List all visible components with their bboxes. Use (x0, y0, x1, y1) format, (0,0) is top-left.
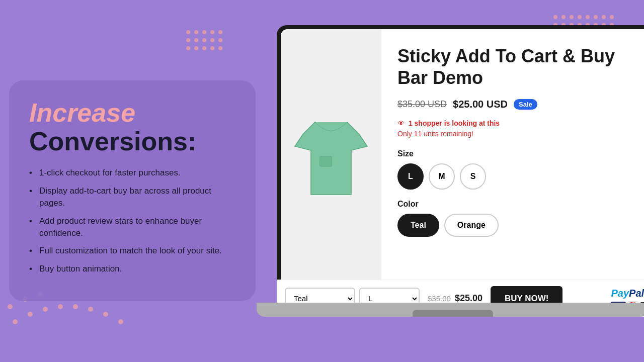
sale-badge: Sale (514, 99, 537, 110)
social-proof: 👁 1 shopper is looking at this Only 11 u… (397, 118, 639, 139)
headline-bold: Conversions: (29, 127, 196, 156)
svg-point-3 (58, 304, 63, 309)
eye-icon: 👁 (397, 118, 405, 129)
sticky-prices: $35.00 $25.00 (424, 293, 487, 304)
laptop-screen: Sticky Add To Cart & Buy Bar Demo $35.00… (281, 29, 644, 288)
laptop-mockup: Sticky Add To Cart & Buy Bar Demo $35.00… (247, 25, 644, 317)
price-row: $35.00 USD $25.00 USD Sale (397, 99, 639, 110)
svg-point-6 (103, 312, 108, 317)
sticky-original-price: $35.00 (428, 294, 451, 303)
headline: Increase Conversions: (29, 99, 235, 156)
product-title: Sticky Add To Cart & Buy Bar Demo (397, 45, 639, 88)
bullet-item-5: Buy button animation. (29, 263, 235, 275)
original-price: $35.00 USD (397, 99, 447, 110)
svg-rect-11 (320, 156, 332, 166)
bullet-item-2: Display add-to-cart buy bar across all p… (29, 185, 235, 209)
svg-point-0 (13, 319, 18, 324)
units-remaining: Only 11 units remaining! (397, 130, 473, 138)
product-details: Sticky Add To Cart & Buy Bar Demo $35.00… (381, 29, 644, 288)
color-btn-orange[interactable]: Orange (444, 214, 499, 237)
bullet-item-3: Add product review stars to enhance buye… (29, 215, 235, 239)
sale-price: $25.00 USD (453, 99, 508, 110)
bullet-list: 1-click checkout for faster purchases. D… (29, 167, 235, 275)
size-btn-m[interactable]: M (429, 163, 455, 190)
size-options: L M S (397, 163, 639, 190)
product-image-area (281, 29, 381, 288)
svg-point-4 (73, 304, 78, 309)
size-label: Size (397, 149, 639, 158)
dots-top-center (186, 30, 222, 50)
left-panel: Increase Conversions: 1-click checkout f… (9, 80, 256, 301)
size-btn-s[interactable]: S (460, 163, 486, 190)
svg-point-2 (43, 307, 48, 312)
svg-point-5 (88, 307, 93, 312)
svg-point-8 (8, 304, 13, 309)
bullet-item-4: Full customization to match the look of … (29, 245, 235, 257)
laptop-base (257, 303, 644, 317)
bullet-item-1: 1-click checkout for faster purchases. (29, 167, 235, 179)
tshirt-image (291, 114, 371, 203)
svg-point-1 (28, 312, 33, 317)
headline-italic: Increase (29, 98, 135, 127)
color-label: Color (397, 200, 639, 209)
laptop-notch (413, 310, 493, 317)
svg-point-7 (118, 319, 123, 324)
sticky-sale-price: $25.00 (455, 293, 482, 304)
color-btn-teal[interactable]: Teal (397, 214, 439, 237)
laptop-screen-frame: Sticky Add To Cart & Buy Bar Demo $35.00… (277, 25, 644, 292)
color-options: Teal Orange (397, 214, 639, 237)
size-btn-l[interactable]: L (397, 163, 424, 190)
paypal-logo: PayPal (611, 288, 644, 299)
